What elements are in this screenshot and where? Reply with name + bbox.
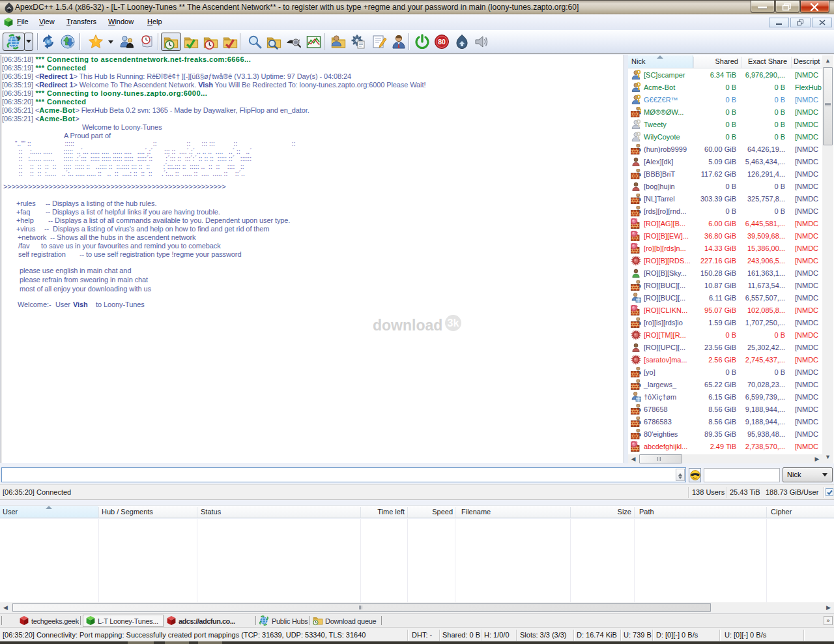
svg-text:80: 80 bbox=[438, 38, 446, 46]
